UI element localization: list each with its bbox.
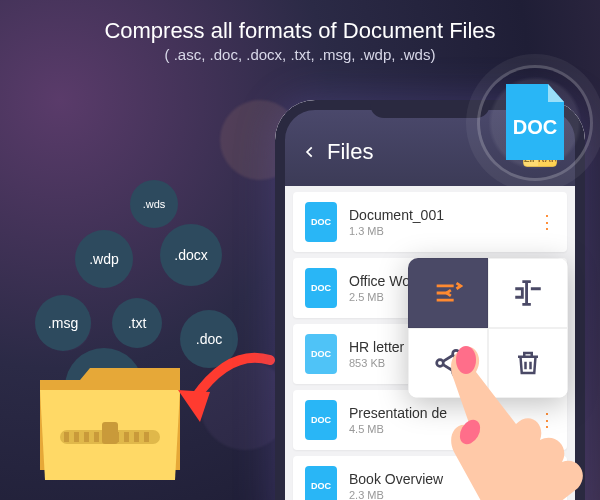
file-title: Document_001 xyxy=(349,207,538,224)
file-size: 1.3 MB xyxy=(349,225,538,237)
doc-badge: DOC xyxy=(480,68,590,178)
file-row[interactable]: DOC Document_001 1.3 MB ⋮ xyxy=(293,192,567,252)
back-icon[interactable] xyxy=(303,145,317,159)
headline-title: Compress all formats of Document Files xyxy=(0,18,600,44)
more-icon[interactable]: ⋮ xyxy=(538,211,555,233)
bubble-wds: .wds xyxy=(130,180,178,228)
rename-button[interactable] xyxy=(488,258,568,328)
file-title: Book Overview xyxy=(349,471,538,488)
share-button[interactable] xyxy=(408,328,488,398)
file-row[interactable]: DOC Presentation de 4.5 MB ⋮ xyxy=(293,390,567,450)
svg-rect-9 xyxy=(144,432,149,442)
svg-rect-3 xyxy=(84,432,89,442)
doc-badge-label: DOC xyxy=(513,116,557,138)
file-size: 4.5 MB xyxy=(349,423,538,435)
bubble-txt: .txt xyxy=(112,298,162,348)
file-meta: Document_001 1.3 MB xyxy=(349,207,538,238)
red-arrow-icon xyxy=(170,350,280,434)
file-title: Presentation de xyxy=(349,405,538,422)
phone-notch xyxy=(370,100,490,118)
doc-file-icon: DOC xyxy=(305,466,337,500)
bubble-wdp: .wdp xyxy=(75,230,133,288)
delete-button[interactable] xyxy=(488,328,568,398)
more-icon[interactable]: ⋮ xyxy=(538,409,555,431)
file-meta: Book Overview 2.3 MB xyxy=(349,471,538,500)
svg-rect-10 xyxy=(102,422,118,444)
headline-subtitle: ( .asc, .doc, .docx, .txt, .msg, .wdp, .… xyxy=(0,46,600,63)
zip-folder-icon xyxy=(30,350,190,494)
doc-file-icon: DOC xyxy=(305,268,337,308)
svg-rect-8 xyxy=(134,432,139,442)
svg-rect-1 xyxy=(64,432,69,442)
doc-file-icon: DOC xyxy=(305,334,337,374)
bubble-msg: .msg xyxy=(35,295,91,351)
svg-rect-2 xyxy=(74,432,79,442)
file-meta: Presentation de 4.5 MB xyxy=(349,405,538,436)
format-bubbles: .wds .wdp .docx .msg .txt .doc .asc xyxy=(20,170,260,370)
doc-file-icon: DOC xyxy=(305,202,337,242)
svg-rect-7 xyxy=(124,432,129,442)
action-popover xyxy=(408,258,568,398)
compress-button[interactable] xyxy=(408,258,488,328)
file-row[interactable]: DOC Book Overview 2.3 MB ⋮ xyxy=(293,456,567,500)
file-size: 2.3 MB xyxy=(349,489,538,500)
bubble-docx: .docx xyxy=(160,224,222,286)
more-icon[interactable]: ⋮ xyxy=(538,475,555,497)
headline: Compress all formats of Document Files (… xyxy=(0,0,600,63)
svg-rect-4 xyxy=(94,432,99,442)
doc-file-icon: DOC xyxy=(305,400,337,440)
